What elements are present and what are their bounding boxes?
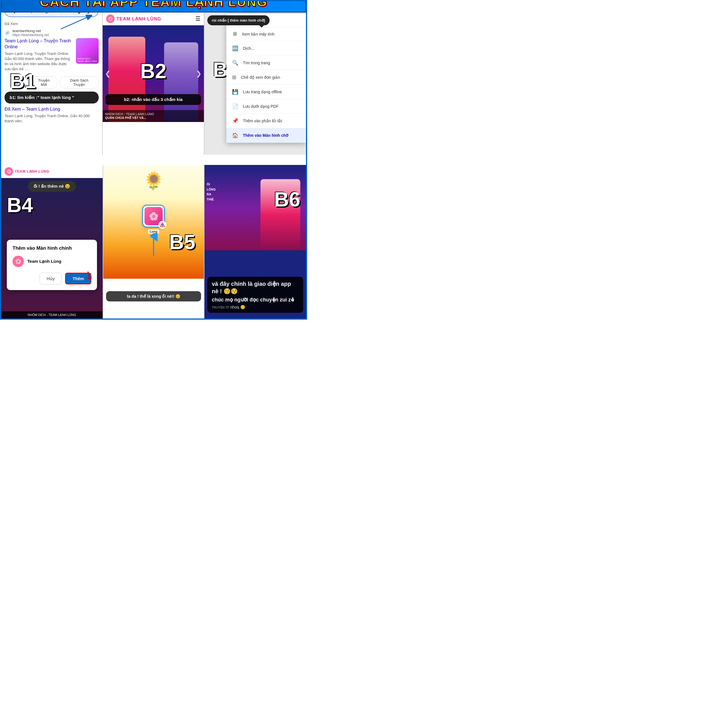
panel-b5: 🌻 🌸 Lung: [102, 165, 204, 318]
simple-icon: ⊞: [232, 74, 236, 81]
result-thumb: NHÓM DỊCH: TEAM LẠNH LÙNG: [76, 38, 99, 64]
site-favicon: 🔗: [5, 30, 10, 36]
b5-label: B5: [169, 230, 195, 254]
b6-label: B6: [274, 188, 300, 211]
manga-hero-b2: ❮ NHÓM DỊCH : TEAM LẠNH LÙNG QUÂN CHÚA P…: [102, 25, 203, 122]
menu-item-simple[interactable]: ⊞ Chế độ xem đơn giản: [226, 70, 306, 85]
cancel-button-b4[interactable]: Hủy: [40, 273, 62, 284]
result-text: Team Lạnh Lùng – Truyện Tranh Online Tea…: [5, 38, 73, 73]
truyentf-label: TRUYỆN TF: [212, 306, 229, 309]
logo-text-b4: TEAM LẠNH LÙNG: [15, 170, 49, 173]
b6-caption-box: và đây chính là giao diện app nè ! 😚😚 ch…: [207, 277, 303, 313]
menu-item-find[interactable]: 🔍 Tìm trong trang: [226, 56, 306, 70]
app-icon-b5: 🌸: [142, 205, 165, 228]
site-logo-b2: 🌸 TEAM LẠNH LÙNG: [106, 14, 161, 23]
menu-label-offline: Lưu trang dạng offline: [243, 90, 282, 94]
team-label-b2: NHÓM DỊCH : TEAM LẠNH LÙNG: [105, 112, 201, 116]
arrow-up-b5: [145, 233, 162, 256]
app-name-dialog: Team Lạnh Lùng: [27, 259, 61, 264]
b5-caption: ta da ! thế là xong ồi nè!! 😊: [106, 291, 201, 301]
prev-arrow-b2[interactable]: ❮: [105, 70, 111, 78]
instruction-bubble-b2: b2: nhấn vào dấu 3 chấm kia: [106, 94, 201, 105]
menu-item-translate[interactable]: 🔤 Dịch...: [226, 41, 306, 56]
pdf-icon: 📄: [232, 103, 238, 110]
manga-figure-left: [109, 37, 145, 122]
b4-label: B4: [7, 193, 33, 217]
menu-item-offline[interactable]: 💾 Lưu trang dạng offline: [226, 85, 306, 99]
menu-label-shortcut: Thêm vào phần lối tắt: [243, 119, 282, 123]
homescreen-icon: 🏠: [232, 132, 238, 139]
danh-sach-button[interactable]: Danh Sách Truyện: [60, 76, 99, 89]
dialog-box-b4: Thêm vào Màn hình chính 🌸 Team Lạnh Lùng…: [7, 240, 97, 290]
result-title[interactable]: Team Lạnh Lùng – Truyện Tranh Online: [5, 38, 73, 50]
chrome-badge: [158, 221, 166, 229]
dropdown-menu-b3: ➕ Thẻ mới 🖥 Xem bản máy tính 🔤 Dịch... 🔍…: [226, 14, 306, 143]
main-title-banner: CÁCH TẢI APP TEAM LẠNH LÙNG: [1, 0, 306, 12]
find-icon: 🔍: [232, 60, 238, 66]
result2-desc: Team Lạnh Lùng. Truyện Tranh Online. Gần…: [5, 113, 99, 124]
menu-label-desktop: Xem bản máy tính: [242, 32, 274, 37]
b6-footer-caption: TRUYỆN TF nhoq 😊: [212, 305, 298, 309]
manga-overlay-b2: NHÓM DỊCH : TEAM LẠNH LÙNG QUÂN CHÚA PHẾ…: [102, 110, 203, 122]
dialog-app-row: 🌸 Team Lạnh Lùng: [12, 255, 91, 267]
logo-text-b2: TEAM LẠNH LÙNG: [116, 16, 161, 21]
arrow-annotation: [58, 15, 92, 32]
toast-bubble-b4: ồi ! ấn thêm nè 😉: [28, 181, 76, 192]
result2-title[interactable]: Đã Xem – Team Lạnh Lùng: [5, 106, 99, 112]
app-icon-dialog: 🌸: [12, 255, 24, 267]
svg-line-1: [61, 18, 86, 29]
panel-b6: ÔI LÔNG RA THIÊ B6 và đây chính là giao …: [205, 165, 306, 318]
menu-label-homescreen: Thêm vào Màn hình chờ: [243, 133, 288, 138]
manga-title-b2: QUÂN CHÚA PHẾ VẬT VÀ...: [105, 116, 201, 120]
menu-label-simple: Chế độ xem đơn giản: [241, 75, 280, 80]
b4-top-bar: 🌸 TEAM LẠNH LÙNG: [1, 165, 102, 178]
result-item-1: 🔗 teamlanhlung.net https://teamlanhlung.…: [5, 29, 99, 73]
hamburger-icon-b2[interactable]: ☰: [195, 15, 200, 22]
b1-label: B1: [10, 69, 36, 93]
manga-text-overlay-b6: ÔI LÔNG RA THIÊ: [207, 182, 216, 202]
next-arrow-b2[interactable]: ❯: [196, 70, 202, 78]
menu-label-translate: Dịch...: [243, 46, 254, 50]
menu-item-desktop[interactable]: 🖥 Xem bản máy tính: [226, 27, 306, 41]
b6-footer-text: nhoq 😊: [230, 305, 245, 309]
translate-icon: 🔤: [232, 45, 238, 52]
b2-label: B2: [140, 60, 166, 83]
result-with-image: Team Lạnh Lùng – Truyện Tranh Online Tea…: [5, 38, 99, 73]
menu-label-find: Tìm trong trang: [243, 61, 270, 65]
flower-decoration: 🌻: [143, 171, 164, 191]
shortcut-icon: 📌: [232, 118, 238, 124]
dialog-title-b4: Thêm vào Màn hình chính: [12, 245, 91, 251]
offline-icon: 💾: [232, 89, 238, 95]
b6-sub-caption: chúc mọ người đọc chuyện zui zẻ: [212, 297, 298, 303]
site-name: teamlanhlung.net: [12, 29, 49, 33]
result-desc: Team Lạnh Lùng. Truyện Tranh Online. Gần…: [5, 51, 73, 72]
logo-icon-b2: 🌸: [106, 14, 115, 23]
b4-logo-small: 🌸 TEAM LẠNH LÙNG: [5, 167, 49, 176]
menu-item-shortcut[interactable]: 📌 Thêm vào phần lối tắt: [226, 114, 306, 128]
speech-bubble-b3: rùi nhấn [ thêm màn hình chờ]: [207, 15, 269, 25]
menu-item-pdf[interactable]: 📄 Lưu dưới dạng PDF: [226, 99, 306, 114]
panel-b4: 🌸 TEAM LẠNH LÙNG ồi ! ấn thêm nè 😉 B4 Th…: [1, 165, 102, 318]
thumb-label: NHÓM DỊCH: TEAM LẠNH LÙNG: [77, 57, 98, 63]
menu-label-pdf: Lưu dưới dạng PDF: [243, 104, 279, 109]
logo-icon-b4: 🌸: [5, 167, 13, 176]
panel-b1: 🔍 🎤 🔎 Đã Xem 🔗 teamlanh: [1, 1, 102, 155]
dialog-buttons: Hủy Thêm: [12, 273, 91, 284]
menu-item-add-homescreen[interactable]: 🏠 Thêm vào Màn hình chờ: [226, 128, 306, 143]
site-url: https://teamlanhlung.net: [12, 33, 49, 37]
speech-bubble-b1: b1: tìm kiếm :" team lạnh lùng ": [5, 92, 99, 104]
b6-main-caption: và đây chính là giao diện app nè ! 😚😚: [212, 280, 298, 295]
b4-footer: NHÓM DỊCH - TEAM LẠNH LÙNG: [1, 311, 102, 318]
main-title-text: CÁCH TẢI APP TEAM LẠNH LÙNG: [2, 0, 305, 9]
panel-b2: 🔒 teamlanhlung.net ↻ ⋮ 🌸 TEAM LẠNH LÙNG …: [102, 1, 204, 155]
result-item-2: Đã Xem – Team Lạnh Lùng Team Lạnh Lùng. …: [5, 106, 99, 124]
desktop-icon: 🖥: [232, 31, 237, 37]
panel-b3: 🔒 teamlal ☆ ⎙ ↻ ℹ rùi nhấn [ thêm màn hì…: [205, 1, 306, 155]
site-header-b2: 🌸 TEAM LẠNH LÙNG ☰: [102, 12, 203, 25]
